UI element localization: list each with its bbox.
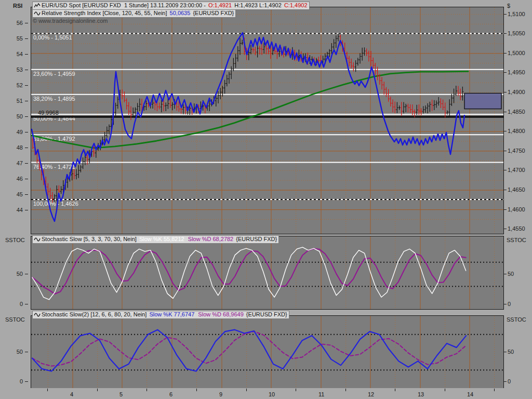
chip-text-segment: Slow %D 68,2782 — [188, 236, 233, 243]
axis-tick — [503, 352, 507, 352]
axis-tick — [503, 92, 507, 92]
chip-text-segment: Slow %K 55,8212 — [139, 236, 184, 243]
price-tick: 1,4700 — [508, 167, 531, 173]
chip-text-segment: Stochastic Slow(2) [12, 6, 6, 80, 20, Ne… — [42, 311, 148, 318]
rsi-tick: 55 — [0, 35, 23, 42]
selection-box[interactable] — [464, 94, 501, 109]
time-axis-tick — [97, 389, 98, 391]
day-label: 12 — [368, 391, 374, 397]
axis-tick — [503, 209, 507, 210]
axis-tick — [503, 151, 507, 151]
axis-tick — [503, 304, 507, 304]
sine-wave-icon — [34, 10, 41, 16]
stoch2-tick: 0 — [0, 378, 23, 384]
axis-tick — [503, 14, 507, 15]
axis-tick — [503, 274, 507, 274]
axis-tick — [25, 38, 28, 39]
axis-tick — [503, 381, 507, 382]
rsi-tick: 53 — [0, 66, 23, 73]
price-axis[interactable]: 1,51001,50501,50001,49501,49001,48501,48… — [503, 0, 532, 399]
stoch2-tick: 50 — [508, 349, 531, 355]
price-tick: 1,4600 — [508, 206, 531, 212]
rsi-tick: 44 — [0, 207, 23, 213]
fib-label: 0,00% - 1,5051 — [33, 34, 72, 41]
chip-text-segment: Stochastic Slow [5, 3, 3, 70, 30, Nein] — [42, 236, 138, 243]
main-price-rsi-panel[interactable]: 0,00% - 1,505123,60% - 1,495938,20% - 1,… — [31, 7, 504, 234]
axis-tick — [25, 23, 28, 23]
sine-wave-icon — [34, 236, 41, 242]
rsi-tick: 46 — [0, 176, 23, 182]
axis-tick — [25, 148, 28, 148]
chip-text-segment: Slow %K 77,6747 — [149, 311, 194, 318]
stoch1-header-chip[interactable]: Stochastic Slow [5, 3, 3, 70, 30, Nein] … — [32, 235, 279, 244]
axis-tick — [503, 53, 507, 54]
stoch-k-line — [32, 247, 466, 300]
rsi-tick: 51 — [0, 98, 23, 104]
price-tick: 1,5050 — [508, 30, 531, 36]
axis-tick — [503, 72, 507, 73]
stochastic-slow2-panel[interactable] — [31, 315, 504, 389]
axis-tick — [25, 116, 28, 117]
stochastic-slow-panel[interactable] — [31, 236, 504, 310]
price-tick: 1,4800 — [508, 128, 531, 134]
stoch2-header-chip[interactable]: Stochastic Slow(2) [12, 6, 6, 80, 20, Ne… — [32, 311, 289, 319]
axis-tick — [25, 381, 28, 382]
rsi-tick: 48 — [0, 144, 23, 151]
axis-tick — [25, 210, 28, 210]
axis-tick — [25, 54, 28, 55]
axis-tick — [25, 70, 28, 70]
time-axis[interactable]: 45691011121314 — [0, 388, 532, 399]
chip-text-segment — [195, 311, 197, 318]
chip-text-segment: 50,0635 — [170, 10, 191, 17]
axis-tick — [503, 131, 507, 131]
day-label: 5 — [119, 391, 123, 397]
axis-tick — [25, 194, 28, 195]
price-tick: 1,4950 — [508, 69, 531, 75]
chip-text-segment: O:1,4921 — [208, 2, 232, 9]
day-label: 9 — [219, 391, 222, 397]
axis-tick — [25, 85, 28, 86]
stoch2-tick: 0 — [508, 378, 531, 384]
chip-text-segment: {EURUSD FXD} — [191, 10, 234, 17]
price-tick: 1,4550 — [508, 225, 531, 232]
rsi-tick: 56 — [0, 20, 23, 26]
day-label: 13 — [418, 391, 424, 397]
axis-tick — [503, 190, 507, 190]
stoch1-tick: 50 — [0, 271, 23, 277]
line-chart-icon — [34, 3, 41, 8]
chip-text-segment: H:1,4923 L:1,4902 — [233, 2, 283, 9]
axis-tick — [25, 163, 28, 164]
price-tick: 1,4750 — [508, 148, 531, 154]
stoch-k-line — [32, 330, 466, 371]
stoch2-tick: 50 — [0, 349, 23, 355]
fib-label: 23,60% - 1,4959 — [33, 71, 75, 77]
time-axis-tick — [47, 389, 48, 391]
time-axis-tick — [345, 389, 346, 391]
time-axis-tick — [196, 389, 197, 391]
rsi-tick: 47 — [0, 160, 23, 166]
rsi-line — [32, 33, 464, 221]
time-axis-tick — [246, 389, 247, 391]
price-tick: 1,4650 — [508, 187, 531, 193]
axis-tick — [25, 274, 28, 274]
time-axis-tick — [147, 389, 147, 391]
chip-text-segment: Relative Strength Index [Close, 120, 45,… — [42, 10, 169, 17]
rsi-tick: 49 — [0, 129, 23, 135]
axis-tick — [503, 33, 507, 34]
price-tick: 1,5100 — [508, 11, 531, 17]
rsi-header-chip[interactable]: Relative Strength Index [Close, 120, 45,… — [32, 9, 236, 18]
day-label: 6 — [169, 391, 172, 397]
axis-tick — [25, 101, 28, 101]
sine-wave-icon — [34, 312, 41, 317]
fib-label: 100,00% - 1,4626 — [33, 201, 78, 207]
chip-text-segment: EUR/USD Spot [EURUSD FXD 1 Stunde] 13.11… — [42, 2, 207, 9]
rsi-tick: 54 — [0, 51, 23, 57]
axis-tick — [25, 132, 28, 132]
rsi-tick: 45 — [0, 191, 23, 197]
main-chart-canvas[interactable]: 0,00% - 1,505123,60% - 1,495938,20% - 1,… — [31, 7, 503, 234]
symbol-header-chip[interactable]: EUR/USD Spot [EURUSD FXD 1 Stunde] 13.11… — [32, 2, 310, 10]
axis-tick — [25, 304, 28, 304]
stoch1-canvas[interactable] — [31, 236, 503, 309]
rsi-axis[interactable]: 56555453525150494847464544500500 — [0, 0, 31, 399]
stoch2-canvas[interactable] — [31, 316, 503, 389]
